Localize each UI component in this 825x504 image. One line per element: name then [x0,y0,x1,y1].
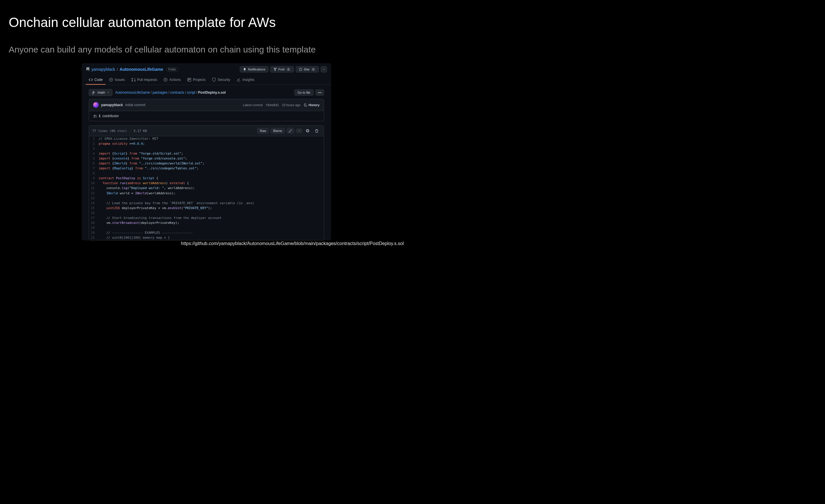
raw-button[interactable]: Raw [257,128,269,134]
star-dropdown-button[interactable] [321,66,327,72]
svg-rect-4 [188,79,189,81]
code-line: 18 vm.startBroadcast(deployerPrivateKey)… [89,220,324,225]
go-to-file-button[interactable]: Go to file [294,89,313,96]
code-icon [89,78,93,82]
code-line: 12 IWorld world = IWorld(worldAddress); [89,191,324,196]
svg-point-1 [110,79,111,80]
line-number[interactable]: 8 [89,171,99,176]
line-number[interactable]: 9 [89,176,99,181]
line-number[interactable]: 17 [89,215,99,220]
slide-title: Onchain cellular automaton template for … [9,14,404,30]
line-content: pragma solidity >=0.8.0; [99,141,145,146]
breadcrumb-script[interactable]: script [187,90,196,94]
issues-icon [109,78,113,82]
line-number[interactable]: 1 [89,136,99,141]
path-separator: / [117,67,118,71]
branch-selector-button[interactable]: main [89,89,112,96]
tab-insights[interactable]: Insights [234,75,257,85]
line-content: // ---------------- EXAMPLES -----------… [99,230,193,235]
commit-sha[interactable]: f8de8d1 [266,103,279,107]
breadcrumb-packages[interactable]: packages [152,90,167,94]
copy-button[interactable] [304,128,311,134]
tab-code[interactable]: Code [86,75,106,85]
delete-button[interactable] [313,128,320,134]
svg-rect-5 [189,79,190,80]
line-count: 77 lines (66 sloc) [92,129,127,133]
code-line: 2pragma solidity >=0.8.0; [89,141,324,146]
line-number[interactable]: 5 [89,156,99,161]
line-content: import {MapConfig} from "../src/codegen/… [99,166,199,171]
tab-actions[interactable]: Actions [161,75,183,85]
file-nav-bar: main AutonomousLifeGame/packages/contrac… [82,85,331,99]
tab-pulls[interactable]: Pull requests [129,75,160,85]
code-header: 77 lines (66 sloc) | 3.17 KB Raw Blame [89,126,324,136]
line-number[interactable]: 7 [89,166,99,171]
line-number[interactable]: 3 [89,146,99,151]
star-count: 0 [311,68,316,71]
line-content: // Load the private key from the `PRIVAT… [99,201,254,206]
code-line: 14 // Load the private key from the `PRI… [89,201,324,206]
star-label: Star [304,68,310,71]
caret-down-icon [323,68,325,70]
commit-author[interactable]: yamapyblack [101,103,123,107]
code-body[interactable]: 1// SPDX-License-Identifier: MIT2pragma … [89,136,324,240]
branch-label: main [98,90,105,94]
code-line: 7import {MapConfig} from "../src/codegen… [89,166,324,171]
fork-icon [273,68,277,71]
history-icon [303,103,308,107]
repo-owner-link[interactable]: yamapyblack [92,67,116,72]
code-line: 1// SPDX-License-Identifier: MIT [89,136,324,141]
breadcrumb: AutonomousLifeGame/packages/contracts/sc… [116,90,226,94]
star-icon [299,68,302,71]
repo-name-link[interactable]: AutonomousLifeGame [120,67,163,72]
latest-commit-label: Latest commit [243,103,262,107]
notifications-button[interactable]: Notifications [240,66,269,72]
blame-button[interactable]: Blame [271,128,285,134]
line-content: import {IWorld} from "../src/codegen/wor… [99,161,204,166]
code-line: 6import {IWorld} from "../src/codegen/wo… [89,161,324,166]
line-number[interactable]: 21 [89,235,99,240]
breadcrumb-file: PostDeploy.s.sol [198,90,226,94]
actions-icon [163,78,167,82]
line-number[interactable]: 12 [89,191,99,196]
line-number[interactable]: 14 [89,201,99,206]
star-button[interactable]: Star 0 [296,66,319,72]
edit-dropdown-button[interactable] [296,129,302,133]
line-number[interactable]: 2 [89,141,99,146]
author-avatar[interactable] [93,102,99,108]
contributors-bar[interactable]: 1 contributor [89,111,324,121]
fork-button[interactable]: Fork 0 [270,66,294,72]
repo-icon [86,67,90,71]
file-more-button[interactable] [315,89,324,96]
line-content: function run(address worldAddress) exter… [99,181,189,186]
line-number[interactable]: 19 [89,225,99,230]
line-number[interactable]: 10 [89,181,99,186]
tab-security[interactable]: Security [209,75,233,85]
tab-issues[interactable]: Issues [106,75,128,85]
tab-projects[interactable]: Projects [184,75,208,85]
pencil-icon [289,129,292,133]
line-content: vm.startBroadcast(deployerPrivateKey); [99,220,179,225]
trash-icon [315,129,318,133]
fork-label: Fork [278,68,285,71]
edit-button[interactable] [287,128,294,134]
line-number[interactable]: 16 [89,211,99,215]
line-number[interactable]: 13 [89,196,99,201]
line-number[interactable]: 4 [89,151,99,156]
fork-count: 0 [286,68,291,71]
line-content: // Start broadcasting transactions from … [99,215,222,220]
pull-request-icon [131,78,135,82]
line-number[interactable]: 15 [89,206,99,211]
code-line: 21 // uint8[100][100] memory map = [ [89,235,324,240]
line-content: console.log("Deployed world: ", worldAdd… [99,186,195,191]
line-number[interactable]: 11 [89,186,99,191]
breadcrumb-root[interactable]: AutonomousLifeGame [116,90,150,94]
history-button[interactable]: History [303,103,320,107]
svg-point-7 [318,92,319,93]
breadcrumb-contracts[interactable]: contracts [170,90,184,94]
line-number[interactable]: 6 [89,161,99,166]
commit-message[interactable]: initial commit [125,103,145,107]
line-number[interactable]: 20 [89,230,99,235]
line-number[interactable]: 18 [89,220,99,225]
code-line: 13 [89,196,324,201]
